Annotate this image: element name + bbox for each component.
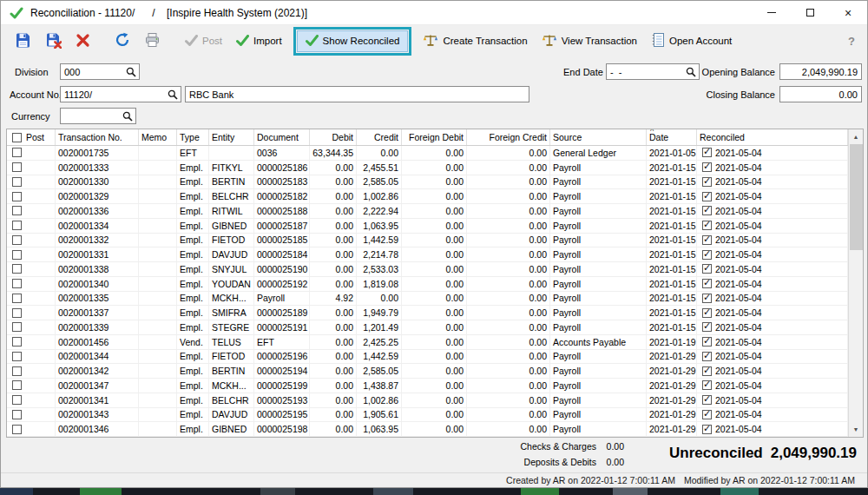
post-checkbox[interactable] xyxy=(12,395,22,405)
close-button[interactable]: × xyxy=(829,1,867,24)
closing-balance-field[interactable] xyxy=(779,86,862,102)
reconciled-checkbox[interactable] xyxy=(702,264,712,274)
scroll-thumb[interactable] xyxy=(850,144,863,250)
reconciled-checkbox[interactable] xyxy=(702,395,712,405)
currency-input[interactable] xyxy=(64,111,121,122)
reconciled-checkbox[interactable] xyxy=(702,177,712,187)
column-header-date[interactable]: ^Date xyxy=(647,129,697,145)
import-button[interactable]: Import xyxy=(229,30,289,52)
table-row[interactable]: 0020001456Vend.TELUSEFT0.002,425.250.000… xyxy=(7,335,848,350)
post-checkbox[interactable] xyxy=(12,221,22,230)
post-checkbox[interactable] xyxy=(12,192,22,201)
post-checkbox[interactable] xyxy=(12,366,22,376)
reconciled-checkbox[interactable] xyxy=(702,250,712,260)
table-row[interactable]: 0020001343Empl.DAVJUD00000251950.001,905… xyxy=(7,408,848,423)
open-account-button[interactable]: Open Account xyxy=(644,28,739,54)
select-all-checkbox[interactable] xyxy=(12,133,22,142)
column-header-post[interactable]: Post xyxy=(7,129,56,145)
column-header-reconciled[interactable]: Reconciled xyxy=(697,129,848,145)
table-row[interactable]: 0020001336Empl.RITWIL00000251880.002,222… xyxy=(7,204,848,219)
view-transaction-button[interactable]: View Transaction xyxy=(535,30,644,53)
column-header-entity[interactable]: Entity xyxy=(209,129,254,145)
table-row[interactable]: 0020001337Empl.SMIFRA00000251890.001,949… xyxy=(7,306,848,320)
post-checkbox[interactable] xyxy=(12,148,22,157)
post-checkbox[interactable] xyxy=(12,425,22,434)
print-button[interactable] xyxy=(137,28,168,54)
post-checkbox[interactable] xyxy=(12,322,22,332)
post-button[interactable]: Post xyxy=(178,30,229,52)
table-row[interactable]: 0020001340Empl.YOUDAN00000251920.001,819… xyxy=(7,277,848,292)
post-checkbox[interactable] xyxy=(12,410,22,419)
search-icon[interactable] xyxy=(126,67,136,77)
reconciled-checkbox[interactable] xyxy=(702,410,712,419)
reconciled-checkbox[interactable] xyxy=(702,322,712,332)
reconciled-checkbox[interactable] xyxy=(702,308,712,318)
column-header-type[interactable]: Type xyxy=(177,129,209,145)
table-row[interactable]: 0020001735EFT003663,344.350.000.000.00Ge… xyxy=(7,146,848,161)
table-row[interactable]: 0020001329Empl.BELCHR00000251820.001,002… xyxy=(7,189,848,204)
minimize-button[interactable] xyxy=(753,1,791,24)
reconciled-checkbox[interactable] xyxy=(702,294,712,303)
account-name-field[interactable] xyxy=(185,86,529,102)
column-header-document[interactable]: Document xyxy=(254,129,310,145)
help-button[interactable]: ? xyxy=(843,33,860,50)
reconciled-checkbox[interactable] xyxy=(702,221,712,230)
create-transaction-button[interactable]: Create Transaction xyxy=(416,30,534,53)
reconciled-checkbox[interactable] xyxy=(702,192,712,201)
reconciled-checkbox[interactable] xyxy=(702,380,712,390)
post-checkbox[interactable] xyxy=(12,235,22,245)
reconciled-checkbox[interactable] xyxy=(702,162,712,172)
table-row[interactable]: 0020001333Empl.FITKYL00000251860.002,455… xyxy=(7,161,848,175)
table-row[interactable]: 0020001341Empl.BELCHR00000251930.001,002… xyxy=(7,393,848,408)
column-header-memo[interactable]: Memo xyxy=(139,129,177,145)
refresh-button[interactable] xyxy=(108,28,137,54)
column-header-foreign-debit[interactable]: Foreign Debit xyxy=(402,129,467,145)
save-close-button[interactable] xyxy=(38,28,69,55)
table-row[interactable]: 0020001331Empl.DAVJUD00000251840.002,214… xyxy=(7,248,848,262)
table-row[interactable]: 0020001339Empl.STEGRE00000251910.001,201… xyxy=(7,320,848,335)
post-checkbox[interactable] xyxy=(12,162,22,172)
column-header-source[interactable]: Source xyxy=(550,129,647,145)
delete-button[interactable] xyxy=(69,29,97,54)
post-checkbox[interactable] xyxy=(12,177,22,187)
reconciled-checkbox[interactable] xyxy=(702,206,712,215)
column-header-transaction-no[interactable]: Transaction No. xyxy=(56,129,139,145)
opening-balance-field[interactable] xyxy=(779,63,862,80)
post-checkbox[interactable] xyxy=(12,206,22,215)
reconciled-checkbox[interactable] xyxy=(702,235,712,245)
search-icon[interactable] xyxy=(168,89,178,100)
post-checkbox[interactable] xyxy=(12,294,22,303)
reconciled-checkbox[interactable] xyxy=(702,366,712,376)
reconciled-checkbox[interactable] xyxy=(702,337,712,346)
post-checkbox[interactable] xyxy=(12,352,22,361)
table-row[interactable]: 0020001346Empl.GIBNED00000251980.001,063… xyxy=(7,422,848,437)
table-row[interactable]: 0020001332Empl.FIETOD00000251850.001,442… xyxy=(7,234,848,248)
post-checkbox[interactable] xyxy=(12,308,22,318)
search-icon[interactable] xyxy=(122,111,133,122)
division-input[interactable] xyxy=(64,67,124,77)
vertical-scrollbar[interactable]: ▲ ▼ xyxy=(848,129,863,437)
column-header-foreign-credit[interactable]: Foreign Credit xyxy=(467,129,550,145)
reconciled-checkbox[interactable] xyxy=(702,279,712,288)
reconciled-checkbox[interactable] xyxy=(702,148,712,157)
table-row[interactable]: 0020001338Empl.SNYJUL00000251900.002,533… xyxy=(7,262,848,277)
table-row[interactable]: 0020001342Empl.BERTIN00000251940.002,585… xyxy=(7,364,848,379)
post-checkbox[interactable] xyxy=(12,250,22,260)
post-checkbox[interactable] xyxy=(12,279,22,288)
column-header-credit[interactable]: Credit xyxy=(357,129,402,145)
maximize-button[interactable] xyxy=(791,1,829,24)
post-checkbox[interactable] xyxy=(12,337,22,346)
post-checkbox[interactable] xyxy=(12,264,22,274)
table-row[interactable]: 0020001347Empl.MCKH...00000251990.001,43… xyxy=(7,379,848,393)
table-row[interactable]: 0020001330Empl.BERTIN00000251830.002,585… xyxy=(7,175,848,190)
table-row[interactable]: 0020001335Empl.MCKH...Payroll4.920.000.0… xyxy=(7,292,848,307)
scroll-up-arrow[interactable]: ▲ xyxy=(849,129,863,144)
column-header-debit[interactable]: Debit xyxy=(310,129,357,145)
save-button[interactable] xyxy=(8,28,38,55)
account-no-input[interactable] xyxy=(64,89,166,100)
scroll-down-arrow[interactable]: ▼ xyxy=(849,422,863,437)
reconciled-checkbox[interactable] xyxy=(702,352,712,361)
table-row[interactable]: 0020001344Empl.FIETOD00000251960.001,442… xyxy=(7,350,848,365)
post-checkbox[interactable] xyxy=(12,380,22,390)
table-row[interactable]: 0020001334Empl.GIBNED00000251870.001,063… xyxy=(7,219,848,234)
